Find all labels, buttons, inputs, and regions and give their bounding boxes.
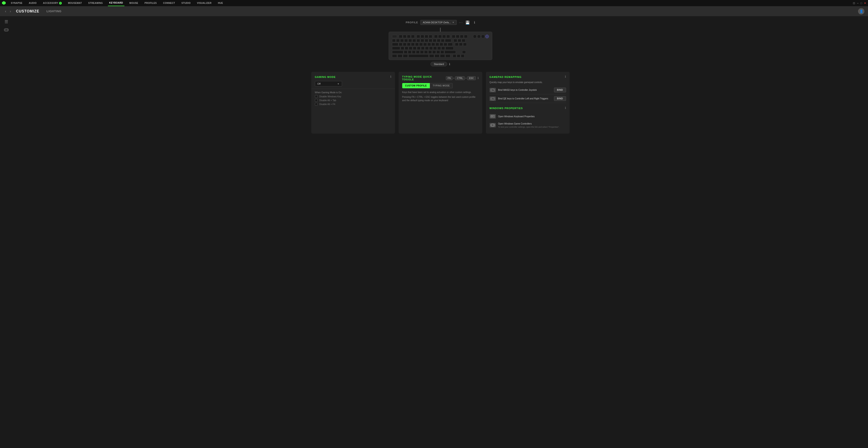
gaming-mode-dropdown[interactable]: Off ▼ xyxy=(315,81,342,87)
main-content: PROFILE ADAM-DESKTOP-Defa... ▼ ··· 💾 ℹ xyxy=(13,16,868,448)
checkbox-disable-windows-key: Disable Windows Key xyxy=(315,95,391,98)
keyboard-properties-link[interactable]: Open Windows Keyboard Properties xyxy=(498,115,535,118)
svg-point-11 xyxy=(493,89,494,90)
wasd-bind-text: Bind WASD keys to Controller Joystick xyxy=(498,89,552,91)
standard-info-icon[interactable]: ℹ xyxy=(449,62,450,66)
nav-mouse[interactable]: MOUSE xyxy=(128,0,140,6)
panels-row: GAMING MODE ℹ Off ▼ When Gaming Mode is … xyxy=(16,72,864,133)
windows-properties-note: To test your controller settings, open t… xyxy=(498,126,560,128)
typing-mode-panel: TYPING MODE QUICK TOGGLE FN + CTRL + ESC… xyxy=(399,72,482,133)
profile-label: PROFILE xyxy=(406,21,418,24)
typing-mode-title: TYPING MODE QUICK TOGGLE xyxy=(402,76,444,81)
close-button[interactable]: ✕ xyxy=(864,2,866,5)
nav-keyboard[interactable]: KEYBOARD xyxy=(108,0,124,6)
key-combo: FN + CTRL + ESC xyxy=(446,76,476,80)
qe-bind-row: Bind QE keys to Controller Left and Righ… xyxy=(490,94,566,103)
toolbar-title: CUSTOMIZE xyxy=(16,9,39,13)
nav-visualizer[interactable]: VISUALIZER xyxy=(196,0,213,6)
tab-lighting[interactable]: LIGHTING xyxy=(45,6,63,16)
keyboard-image[interactable] xyxy=(389,32,492,60)
qe-bind-button[interactable]: BIND xyxy=(554,96,566,101)
panel-divider xyxy=(311,89,395,89)
profile-bar: PROFILE ADAM-DESKTOP-Defa... ▼ ··· 💾 ℹ xyxy=(16,20,864,25)
checkbox-disable-alt-f4: Disable Alt + F4 xyxy=(315,103,391,106)
wasd-bind-button[interactable]: BIND xyxy=(554,88,566,92)
gamepad-remapping-desc: Quickly map your keys to emulate gamepad… xyxy=(490,81,566,84)
svg-rect-10 xyxy=(491,90,492,90)
svg-rect-25 xyxy=(493,116,494,117)
game-controllers-link[interactable]: Open Windows Game Controllers xyxy=(498,122,532,125)
window-controls: ⊡ − □ ✕ xyxy=(853,1,866,5)
svg-point-31 xyxy=(493,125,493,125)
svg-rect-19 xyxy=(491,116,492,116)
back-button[interactable]: ‹ xyxy=(4,9,7,14)
keyboard-properties-icon xyxy=(490,114,496,119)
svg-point-16 xyxy=(493,98,494,98)
disable-windows-key-checkbox[interactable] xyxy=(315,95,318,98)
forward-button[interactable]: › xyxy=(8,9,12,14)
qe-bind-text: Bind QE keys to Controller Left and Righ… xyxy=(498,97,552,100)
svg-rect-20 xyxy=(492,116,492,116)
svg-point-6 xyxy=(6,30,7,30)
svg-point-30 xyxy=(494,125,494,125)
toolbar-right: 👤 xyxy=(858,8,864,14)
nav-connect[interactable]: CONNECT xyxy=(162,0,177,6)
qe-gamepad-icon xyxy=(490,96,496,101)
keyboard-properties-row: Open Windows Keyboard Properties xyxy=(490,112,566,120)
svg-rect-23 xyxy=(491,116,492,117)
typing-mode-info-icon[interactable]: ℹ xyxy=(477,76,479,80)
profile-more-button[interactable]: ··· xyxy=(459,21,463,24)
ctrl-key: CTRL xyxy=(455,76,465,80)
gamepad-remapping-title: GAMEPAD REMAPPING xyxy=(490,76,565,78)
windows-properties-section: WINDOWS PROPERTIES ℹ xyxy=(490,107,566,130)
avatar[interactable]: 👤 xyxy=(858,8,864,14)
svg-rect-28 xyxy=(491,125,492,125)
nav-audio[interactable]: AUDIO xyxy=(27,0,38,6)
profile-save-button[interactable]: 💾 xyxy=(465,20,470,25)
svg-point-32 xyxy=(493,125,494,126)
svg-point-4 xyxy=(7,29,7,30)
svg-rect-15 xyxy=(491,98,492,99)
profile-info-icon[interactable]: ℹ xyxy=(474,21,475,24)
disable-alt-tab-checkbox[interactable] xyxy=(315,99,318,102)
typing-mode-toggle[interactable]: TYPING MODE xyxy=(430,83,453,88)
maximize-button[interactable]: □ xyxy=(861,2,862,5)
gaming-mode-info-icon[interactable]: ℹ xyxy=(390,75,391,78)
nav-hue[interactable]: HUE xyxy=(216,0,224,6)
svg-point-29 xyxy=(493,124,494,125)
profile-dropdown[interactable]: ADAM-DESKTOP-Defa... ▼ xyxy=(420,20,457,25)
keyboard-visual-wrap xyxy=(16,28,864,60)
typing-desc2: Pressing FN + CTRL + ESC toggles between… xyxy=(402,95,479,102)
svg-rect-3 xyxy=(5,30,6,30)
nav-studio[interactable]: STUDIO xyxy=(180,0,192,6)
nav-mousemat[interactable]: MOUSEMAT xyxy=(67,0,84,6)
svg-point-5 xyxy=(7,30,8,30)
gaming-mode-title: GAMING MODE xyxy=(315,76,390,78)
disable-alt-f4-checkbox[interactable] xyxy=(315,103,318,106)
restore-button[interactable]: ⊡ xyxy=(853,2,855,5)
svg-rect-22 xyxy=(493,116,494,116)
sidebar-gamepad-icon[interactable] xyxy=(3,26,10,33)
svg-point-12 xyxy=(494,90,494,90)
nav-synapse[interactable]: SYNAPSE xyxy=(9,0,24,6)
sidebar-menu-icon[interactable]: ☰ xyxy=(3,18,10,25)
gamepad-remapping-panel: GAMEPAD REMAPPING ℹ Quickly map your key… xyxy=(486,72,569,133)
wasd-gamepad-icon xyxy=(490,88,496,92)
when-gaming-label: When Gaming Mode is On: xyxy=(315,91,391,94)
wasd-bind-row: Bind WASD keys to Controller Joystick BI… xyxy=(490,86,566,94)
minimize-button[interactable]: − xyxy=(857,1,859,5)
custom-profile-toggle[interactable]: CUSTOM PROFILE xyxy=(402,83,430,88)
razer-logo[interactable] xyxy=(2,1,6,5)
nav-streaming[interactable]: STREAMING xyxy=(87,0,104,6)
svg-marker-0 xyxy=(2,1,6,4)
view-mode-wrap: Standard ℹ xyxy=(16,62,864,66)
standard-badge[interactable]: Standard xyxy=(431,62,447,66)
nav-profiles[interactable]: PROFILES xyxy=(143,0,158,6)
windows-properties-info-icon[interactable]: ℹ xyxy=(565,106,566,110)
esc-key: ESC xyxy=(467,76,476,80)
nav-accessory[interactable]: ACCESSORY 3 xyxy=(42,0,63,6)
svg-point-17 xyxy=(494,98,494,99)
toolbar: ‹ › CUSTOMIZE LIGHTING 👤 xyxy=(0,6,868,16)
gamepad-remapping-info-icon[interactable]: ℹ xyxy=(565,75,566,78)
svg-rect-21 xyxy=(493,116,493,116)
